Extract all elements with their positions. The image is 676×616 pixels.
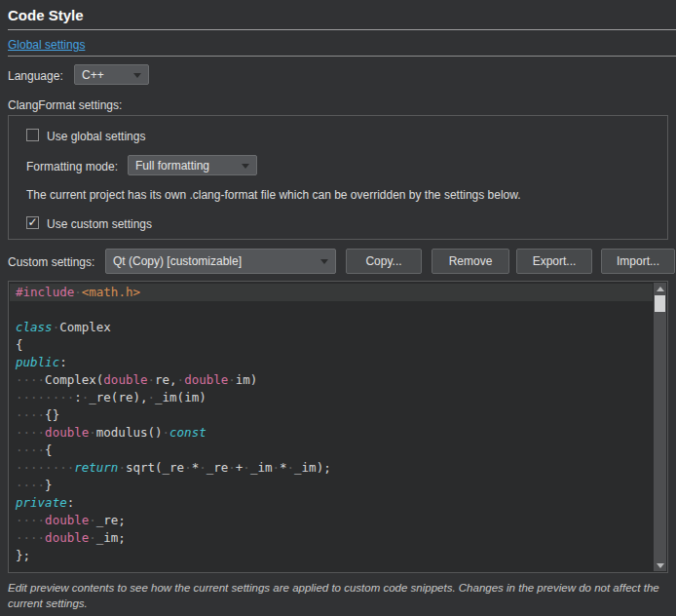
formatting-mode-select-value: Full formatting: [135, 159, 209, 173]
clangformat-groupbox: Use global settings Formatting mode: Ful…: [8, 115, 668, 240]
global-settings-link[interactable]: Global settings: [8, 38, 85, 52]
code-line: ····{}: [10, 406, 653, 424]
scrollbar-thumb[interactable]: [655, 295, 665, 312]
language-label: Language:: [8, 69, 63, 83]
export-button[interactable]: Export...: [516, 249, 592, 274]
code-line: private:: [10, 494, 653, 512]
formatting-mode-select[interactable]: Full formatting: [128, 155, 257, 175]
language-select-value: C++: [82, 68, 104, 82]
code-preview-editor[interactable]: #include·<math.h>class·Complex{public:··…: [8, 281, 668, 573]
clang-format-file-note: The current project has its own .clang-f…: [26, 188, 521, 202]
use-global-settings-label: Use global settings: [47, 130, 145, 143]
link-separator: [8, 56, 676, 57]
code-line: #include·<math.h>: [10, 284, 653, 301]
use-global-settings-checkbox[interactable]: [26, 129, 39, 141]
language-select[interactable]: C++: [74, 64, 149, 85]
chevron-down-icon: [133, 73, 141, 78]
code-line: class·Complex: [10, 319, 653, 336]
code-line: };: [10, 547, 653, 564]
code-line: ····}: [10, 477, 653, 494]
use-custom-settings-label: Use custom settings: [47, 217, 152, 231]
chevron-down-icon: [242, 164, 249, 169]
code-line: public:: [10, 354, 653, 371]
code-line: [10, 301, 653, 319]
custom-settings-label: Custom settings:: [8, 255, 94, 269]
preview-hint-text: Edit preview contents to see how the cur…: [8, 580, 666, 611]
code-line: ····double·_re;: [10, 512, 653, 529]
arrow-down-icon: [657, 563, 664, 568]
page-title: Code Style: [8, 7, 84, 23]
scroll-up-button[interactable]: [654, 283, 666, 294]
vertical-scrollbar[interactable]: [654, 283, 666, 571]
code-line: ········:·_re(re),·_im(im): [10, 389, 653, 406]
code-line: ········return·sqrt(_re·*·_re·+·_im·*·_i…: [10, 459, 653, 477]
code-line: ····Complex(double·re,·double·im): [10, 371, 653, 389]
code-line: ····{: [10, 442, 653, 459]
custom-settings-select[interactable]: Qt (Copy) [customizable]: [105, 249, 336, 274]
arrow-up-icon: [657, 287, 664, 291]
scroll-down-button[interactable]: [654, 559, 666, 571]
code-editor-content[interactable]: #include·<math.h>class·Complex{public:··…: [10, 284, 653, 571]
code-line: {: [10, 336, 653, 354]
custom-settings-select-value: Qt (Copy) [customizable]: [113, 254, 242, 268]
code-line: ····double·modulus()·const: [10, 424, 653, 442]
import-button[interactable]: Import...: [601, 249, 675, 274]
title-separator: [8, 29, 676, 30]
chevron-down-icon: [320, 259, 328, 264]
use-custom-settings-checkbox[interactable]: [26, 216, 39, 229]
code-line: ····double·_im;: [10, 529, 653, 547]
remove-button[interactable]: Remove: [432, 249, 509, 274]
formatting-mode-label: Formatting mode:: [26, 160, 118, 173]
clangformat-settings-label: ClangFormat settings:: [8, 98, 122, 112]
copy-button[interactable]: Copy...: [346, 249, 422, 274]
